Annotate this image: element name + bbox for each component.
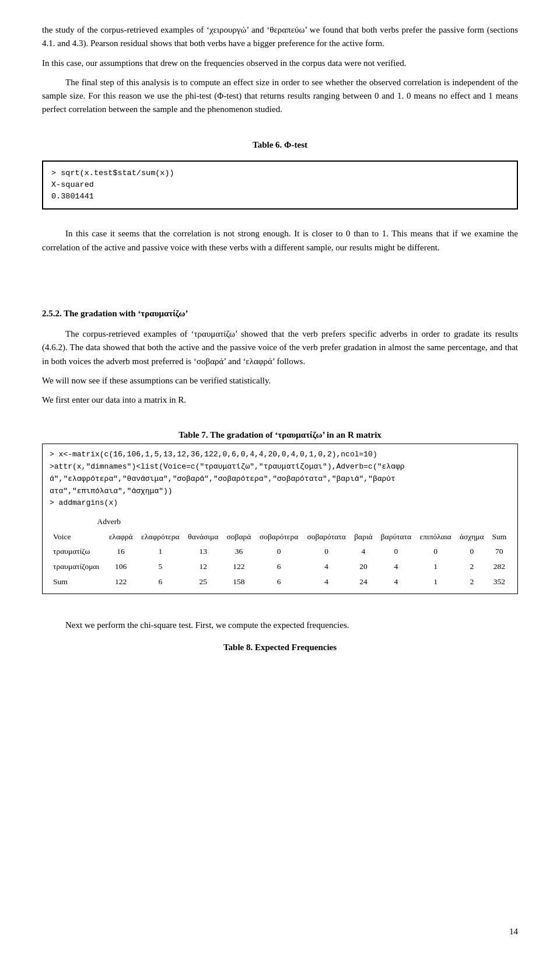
table7-row3-label: Sum (50, 574, 105, 589)
table7-header-thanásima: θανάσιμα (184, 529, 222, 544)
table7-r2c11: 282 (488, 559, 510, 574)
table7-r3c1: 122 (105, 574, 137, 589)
paragraph-1: the study of the corpus-retrieved exampl… (42, 23, 518, 51)
table7-r2c10: 2 (456, 559, 488, 574)
table7-title: Table 7. The gradation of ‘τραυματίζω’ i… (42, 430, 518, 440)
table7-table: Adverb Voice ελαφρά ελαφρότερα θανάσιμα … (50, 514, 510, 589)
table7-header-elafrótera: ελαφρότερα (137, 529, 184, 544)
table7-code-3: ά","ελαφρότερα","θανάσιμα","σοβαρά","σοβ… (50, 473, 510, 486)
table7-code-4: ατα","επιπόλαια","άσχημα")) (50, 486, 510, 498)
table7-r1c5: 0 (255, 544, 302, 559)
table7-r1c2: 1 (137, 544, 184, 559)
table7-r2c6: 4 (303, 559, 351, 574)
paragraph-6: We will now see if these assumptions can… (42, 374, 518, 388)
table7-corner-adverb-label: Adverb (50, 514, 137, 529)
table7-r1c3: 13 (184, 544, 222, 559)
table7-header-epipólaia: επιπόλαια (415, 529, 456, 544)
table7-header-sovarótata: σοβαρότατα (303, 529, 351, 544)
paragraph-4: In this case it seems that the correlati… (42, 227, 518, 254)
table-row: τραυματίζομαι 106 5 12 122 6 4 20 4 1 2 … (50, 559, 510, 574)
table7-header-áshima: άσχημα (456, 529, 488, 544)
table6-title: Table 6. Φ-test (42, 140, 518, 150)
table7-r1c7: 4 (350, 544, 376, 559)
table7-r3c4: 158 (223, 574, 256, 589)
table7-r1c11: 70 (488, 544, 510, 559)
table7-row1-label: τραυματίζω (50, 544, 105, 559)
table7-voice-label: Voice (50, 529, 105, 544)
table7-r1c10: 0 (456, 544, 488, 559)
table6-code: > sqrt(x.test$stat/sum(x)) X-squared 0.3… (43, 161, 517, 210)
table7-header-variá: βαριά (350, 529, 376, 544)
table7-r2c7: 20 (350, 559, 376, 574)
page-content: the study of the corpus-retrieved exampl… (42, 23, 518, 652)
table7-r3c8: 4 (376, 574, 415, 589)
table7-header-sovarà: σοβαρά (223, 529, 256, 544)
table7-r2c5: 6 (255, 559, 302, 574)
table7-r3c3: 25 (184, 574, 222, 589)
table7-r3c11: 352 (488, 574, 510, 589)
table7-r2c8: 4 (376, 559, 415, 574)
table7-code-5: > addmargins(x) (50, 497, 510, 509)
paragraph-7: We first enter our data into a matrix in… (42, 393, 518, 407)
table7-r1c8: 0 (376, 544, 415, 559)
table7-r1c1: 16 (105, 544, 137, 559)
table7-header-sum: Sum (488, 529, 510, 544)
table7-r1c6: 0 (303, 544, 351, 559)
table7-r2c3: 12 (184, 559, 222, 574)
table7-header-elafrá: ελαφρά (105, 529, 137, 544)
table7-r2c1: 106 (105, 559, 137, 574)
paragraph-3: The final step of this analysis is to co… (42, 76, 518, 117)
table7-header-varútata: βαρύτατα (376, 529, 415, 544)
table7-r3c9: 1 (415, 574, 456, 589)
table7-r2c9: 1 (415, 559, 456, 574)
table7-header-sovarótera: σοβαρότερα (255, 529, 302, 544)
section-heading-252: 2.5.2. The gradation with ‘τραυματίζω’ (42, 307, 518, 320)
table7-code-2: >attr(x,"dimnames")<list(Voice=c("τραυμα… (50, 461, 510, 473)
table7-code-1: > x<-matrix(c(16,106,1,5,13,12,36,122,0,… (50, 449, 510, 461)
table7-r1c4: 36 (223, 544, 256, 559)
table7-data: Adverb Voice ελαφρά ελαφρότερα θανάσιμα … (50, 514, 510, 589)
table7-r3c6: 4 (303, 574, 351, 589)
table6-container: > sqrt(x.test$stat/sum(x)) X-squared 0.3… (42, 160, 518, 210)
table7-r3c10: 2 (456, 574, 488, 589)
table-row: Sum 122 6 25 158 6 4 24 4 1 2 352 (50, 574, 510, 589)
table7-r3c5: 6 (255, 574, 302, 589)
table7-row2-label: τραυματίζομαι (50, 559, 105, 574)
table8-title: Table 8. Expected Frequencies (42, 643, 518, 652)
table7-r1c9: 0 (415, 544, 456, 559)
paragraph-8: Next we perform the chi-square test. Fir… (42, 619, 518, 632)
table7-r3c2: 6 (137, 574, 184, 589)
table7-r3c7: 24 (350, 574, 376, 589)
paragraph-5: The corpus-retrieved examples of ‘τραυμα… (42, 327, 518, 368)
table7-container: > x<-matrix(c(16,106,1,5,13,12,36,122,0,… (42, 444, 518, 594)
table7-r2c2: 5 (137, 559, 184, 574)
table7-header-row: Voice ελαφρά ελαφρότερα θανάσιμα σοβαρά … (50, 529, 510, 544)
table-row: τραυματίζω 16 1 13 36 0 0 4 0 0 0 70 (50, 544, 510, 559)
table7-r2c4: 122 (223, 559, 256, 574)
paragraph-2: In this case, our assumptions that drew … (42, 57, 518, 70)
page-number: 14 (509, 927, 518, 937)
